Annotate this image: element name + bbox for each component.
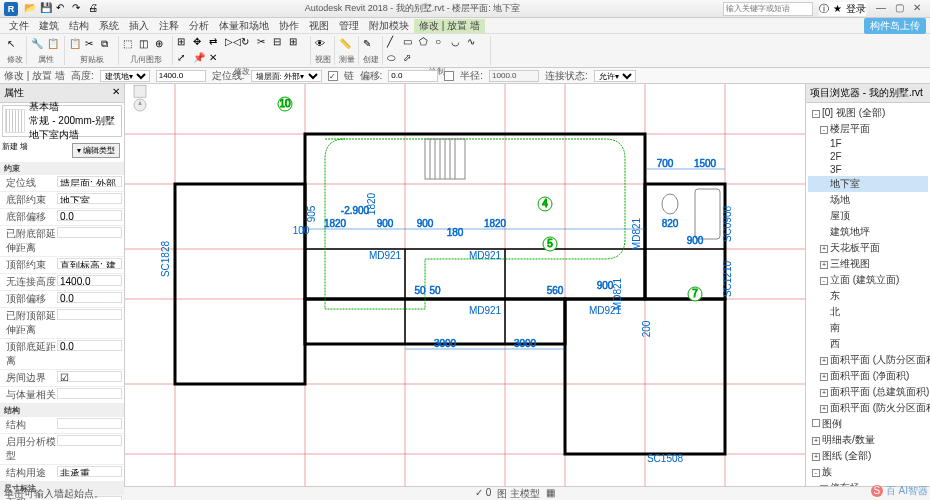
component-upload-button[interactable]: 构件岛上传 [864,18,926,34]
tree-node[interactable]: 场地 [808,192,928,208]
drawing-canvas[interactable]: 10 4 5 7 700 1500 -2.900 1820 9 [125,84,805,486]
tree-node[interactable]: 建筑地坪 [808,224,928,240]
info-icon[interactable]: ⓘ [819,2,829,16]
status-selection-count[interactable]: ✓ 0 [475,487,491,501]
tab-view[interactable]: 视图 [304,19,334,33]
radius-checkbox[interactable] [444,71,454,81]
properties-close-icon[interactable]: ✕ [112,86,120,100]
tab-struct[interactable]: 结构 [64,19,94,33]
tree-node[interactable]: +面积平面 (防火分区面积) [808,400,928,416]
join-status-select[interactable]: 允许▾ [594,70,636,82]
paste-icon[interactable]: 📋 [69,38,83,52]
tree-node[interactable]: 3F [808,163,928,176]
view-icon[interactable]: 👁 [315,38,329,52]
tree-node[interactable]: 西 [808,336,928,352]
rect-icon[interactable]: ▭ [403,36,417,50]
type-selector[interactable]: 基本墙常规 - 200mm-别墅地下室内墙 [2,105,122,137]
qat-undo-icon[interactable]: ↶ [56,2,70,16]
props-icon[interactable]: 🔧 [31,38,45,52]
property-row[interactable]: 顶部约束直到标高: 建筑地坪 [0,257,124,274]
view-cube[interactable] [125,84,155,114]
measure-icon[interactable]: 📏 [339,38,353,52]
align-icon[interactable]: ⊞ [177,36,191,50]
typeprops-icon[interactable]: 📋 [47,38,61,52]
height-value-input[interactable] [156,70,206,82]
property-row[interactable]: 定位线墙层面: 外部 [0,175,124,192]
arc-icon[interactable]: ◡ [451,36,465,50]
property-row[interactable]: 结构用途非承重 [0,465,124,482]
qat-redo-icon[interactable]: ↷ [72,2,86,16]
scale-icon[interactable]: ⤢ [177,52,191,66]
tree-node[interactable]: +明细表/数量 [808,432,928,448]
property-row[interactable]: 无连接高度1400.0 [0,274,124,291]
tab-analyze[interactable]: 分析 [184,19,214,33]
circle-icon[interactable]: ○ [435,36,449,50]
tree-node[interactable]: +面积平面 (净面积) [808,368,928,384]
rotate-icon[interactable]: ↻ [241,36,255,50]
property-row[interactable]: 底部偏移0.0 [0,209,124,226]
cut-icon[interactable]: ✂ [85,38,99,52]
pin-icon[interactable]: 📌 [193,52,207,66]
cope-icon[interactable]: ⬚ [123,38,137,52]
line-icon[interactable]: ╱ [387,36,401,50]
delete-icon[interactable]: ✕ [209,52,223,66]
tree-node[interactable]: 屋顶 [808,208,928,224]
tab-arch[interactable]: 建筑 [34,19,64,33]
tree-node[interactable]: +面积平面 (总建筑面积) [808,384,928,400]
offset-icon[interactable]: ⇄ [209,36,223,50]
tab-addins[interactable]: 附加模块 [364,19,414,33]
property-row[interactable]: 启用分析模型 [0,434,124,465]
project-tree[interactable]: -[0] 视图 (全部)-楼层平面1F2F3F地下室场地屋顶建筑地坪+天花板平面… [806,103,930,486]
tree-node[interactable]: 2F [808,150,928,163]
spline-icon[interactable]: ∿ [467,36,481,50]
qat-print-icon[interactable]: 🖨 [88,2,102,16]
tab-annotate[interactable]: 注释 [154,19,184,33]
tab-systems[interactable]: 系统 [94,19,124,33]
tree-node[interactable]: +天花板平面 [808,240,928,256]
cut-geom-icon[interactable]: ◫ [139,38,153,52]
ellipse-icon[interactable]: ⬭ [387,52,401,66]
move-icon[interactable]: ✥ [193,36,207,50]
maximize-button[interactable]: ▢ [890,2,908,16]
trim-icon[interactable]: ✂ [257,36,271,50]
edit-type-button[interactable]: ▾ 编辑类型 [72,143,120,158]
create-icon[interactable]: ✎ [363,38,377,52]
tab-manage[interactable]: 管理 [334,19,364,33]
tree-node[interactable]: 地下室 [808,176,928,192]
status-filter-icon[interactable]: ▦ [546,487,555,501]
tree-node[interactable]: 1F [808,137,928,150]
join-icon[interactable]: ⊕ [155,38,169,52]
qat-save-icon[interactable]: 💾 [40,2,54,16]
offset-input[interactable] [388,70,438,82]
tree-node[interactable]: 图例 [808,416,928,432]
property-row[interactable]: 顶部偏移0.0 [0,291,124,308]
tree-node[interactable]: +三维视图 [808,256,928,272]
height-constraint-select[interactable]: 建筑地▾ [100,70,150,82]
property-row[interactable]: 房间边界☑ [0,370,124,387]
login-link[interactable]: 登录 [846,2,866,16]
location-line-select[interactable]: 墙层面: 外部▾ [251,70,322,82]
tree-node[interactable]: +图纸 (全部) [808,448,928,464]
star-icon[interactable]: ★ [833,3,842,14]
tree-node[interactable]: -族 [808,464,928,480]
property-row[interactable]: 结构 [0,417,124,434]
mirror-icon[interactable]: ▷◁ [225,36,239,50]
property-row[interactable]: 底部约束地下室 [0,192,124,209]
property-row[interactable]: 与体量相关 [0,387,124,404]
tree-node[interactable]: 南 [808,320,928,336]
tree-node[interactable]: 东 [808,288,928,304]
tree-node[interactable]: +面积平面 (人防分区面积) [808,352,928,368]
tab-massing[interactable]: 体量和场地 [214,19,274,33]
tree-node[interactable]: -楼层平面 [808,121,928,137]
copy-icon[interactable]: ⧉ [101,38,115,52]
property-row[interactable]: 已附顶部延伸距离 [0,308,124,339]
tab-modify-wall[interactable]: 修改 | 放置 墙 [414,19,485,33]
status-design-option[interactable]: 图 主模型 [497,487,540,501]
property-row[interactable]: 已附底部延伸距离 [0,226,124,257]
chain-checkbox[interactable] [328,71,338,81]
minimize-button[interactable]: — [872,2,890,16]
tab-insert[interactable]: 插入 [124,19,154,33]
tab-file[interactable]: 文件 [4,19,34,33]
tree-node[interactable]: -立面 (建筑立面) [808,272,928,288]
radius-input[interactable] [489,70,539,82]
